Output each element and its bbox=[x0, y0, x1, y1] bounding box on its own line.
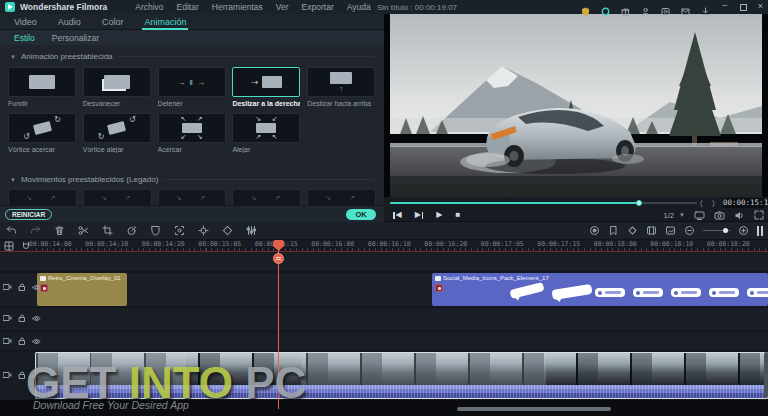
speaker-icon[interactable] bbox=[734, 210, 745, 221]
ok-button[interactable]: OK bbox=[346, 209, 376, 220]
legacy-section-header[interactable]: ▼ Movimientos preestablecidos (Legado) bbox=[0, 175, 384, 184]
keyframe-icon[interactable] bbox=[222, 225, 233, 236]
zoom-slider-handle[interactable] bbox=[723, 228, 728, 233]
visibility-icon[interactable] bbox=[32, 338, 41, 345]
visibility-icon[interactable] bbox=[32, 315, 41, 322]
track-lane[interactable] bbox=[0, 333, 768, 350]
preset-thumbnail[interactable] bbox=[307, 67, 375, 97]
preset-thumbnail[interactable] bbox=[8, 67, 76, 97]
menu-item[interactable]: Exportar bbox=[302, 2, 334, 12]
snapshot-icon[interactable] bbox=[714, 210, 725, 221]
preset-thumbnail[interactable] bbox=[158, 113, 226, 143]
redo-icon[interactable] bbox=[30, 225, 41, 236]
snap-icon[interactable] bbox=[21, 241, 31, 251]
animation-preset[interactable]: Deslizar hacia arriba bbox=[307, 67, 375, 107]
motion-track-icon[interactable] bbox=[198, 225, 209, 236]
mark-in-icon[interactable]: ( bbox=[700, 197, 703, 208]
clip-social-media-icons[interactable]: Social_Media_Icons_Pack_Element_17 bbox=[432, 273, 768, 306]
manage-tracks-icon[interactable] bbox=[4, 241, 14, 251]
panel-tab[interactable]: Video bbox=[14, 14, 37, 30]
minimize-button[interactable]: – bbox=[721, 2, 729, 11]
timeline-ruler[interactable]: 00:00:14:0000:00:14:1000:00:14:2000:00:1… bbox=[0, 240, 768, 252]
preset-thumbnail[interactable] bbox=[232, 67, 300, 97]
vertical-scrollbar-thumb[interactable] bbox=[764, 352, 768, 398]
dual-screen-icon[interactable] bbox=[694, 210, 705, 221]
legacy-preset[interactable] bbox=[307, 189, 376, 205]
account-icon[interactable] bbox=[641, 2, 650, 11]
lock-icon[interactable] bbox=[18, 314, 26, 322]
legacy-preset[interactable] bbox=[8, 189, 77, 205]
seek-handle[interactable] bbox=[636, 200, 642, 206]
legacy-preset[interactable] bbox=[232, 189, 301, 205]
play-button[interactable]: ▶ bbox=[436, 208, 442, 222]
preset-thumbnail[interactable] bbox=[8, 113, 76, 143]
animation-preset[interactable]: Detener bbox=[158, 67, 226, 107]
preset-thumbnail[interactable] bbox=[83, 67, 151, 97]
collapse-arrow-icon[interactable]: ▼ bbox=[10, 177, 16, 183]
reset-button[interactable]: REINICIAR bbox=[5, 209, 52, 220]
split-icon[interactable] bbox=[78, 225, 89, 236]
animation-preset[interactable]: Acercar bbox=[158, 113, 226, 153]
timeline-zoom-slider[interactable] bbox=[703, 225, 730, 236]
animation-preset[interactable]: Desvanecer bbox=[83, 67, 151, 107]
audio-mixer-icon[interactable] bbox=[246, 225, 257, 236]
record-icon[interactable] bbox=[589, 225, 600, 236]
preset-section-header[interactable]: ▼ Animación preestablecida bbox=[0, 52, 384, 61]
animation-preset[interactable]: Fundir bbox=[8, 67, 76, 107]
track-lane[interactable] bbox=[0, 308, 768, 330]
panel-subtab[interactable]: Personalizar bbox=[52, 33, 99, 43]
close-button[interactable]: × bbox=[758, 2, 763, 11]
delete-icon[interactable] bbox=[54, 225, 65, 236]
seek-bar[interactable] bbox=[390, 202, 697, 204]
panel-tab[interactable]: Color bbox=[102, 14, 124, 30]
playhead-handle[interactable] bbox=[273, 253, 284, 264]
preset-thumbnail[interactable] bbox=[232, 113, 300, 143]
screen-capture-icon[interactable] bbox=[661, 2, 670, 11]
collapse-arrow-icon[interactable]: ▼ bbox=[10, 54, 16, 60]
legacy-preset[interactable] bbox=[83, 189, 152, 205]
preset-thumbnail[interactable] bbox=[158, 67, 226, 97]
crop-icon[interactable] bbox=[102, 225, 113, 236]
panel-tab[interactable]: Animación bbox=[144, 14, 186, 30]
animation-preset[interactable]: Vórtice alejar bbox=[83, 113, 151, 153]
animation-preset[interactable]: Alejar bbox=[232, 113, 300, 153]
panel-subtab[interactable]: Estilo bbox=[14, 33, 35, 43]
export-mail-icon[interactable] bbox=[681, 2, 690, 11]
restore-button[interactable] bbox=[740, 4, 747, 11]
legacy-preset[interactable] bbox=[158, 189, 227, 205]
animation-preset[interactable]: Vórtice acercar bbox=[8, 113, 76, 153]
clip-retro-cinema-overlay[interactable]: Retro_Cinema_Overlay_01 bbox=[37, 273, 127, 306]
animation-preset[interactable]: Deslizar a la derecha bbox=[232, 67, 300, 107]
horizontal-scrollbar-thumb[interactable] bbox=[457, 407, 611, 411]
track-lane[interactable] bbox=[0, 252, 768, 271]
preset-thumbnail[interactable] bbox=[83, 113, 151, 143]
prev-frame-button[interactable]: ◀ bbox=[393, 208, 402, 222]
panel-tab[interactable]: Audio bbox=[58, 14, 81, 30]
mark-out-icon[interactable]: ) bbox=[712, 197, 715, 208]
zoom-in-icon[interactable] bbox=[738, 225, 749, 236]
fullscreen-icon[interactable] bbox=[754, 210, 764, 220]
lock-icon[interactable] bbox=[18, 283, 26, 291]
undo-icon[interactable] bbox=[6, 225, 17, 236]
stop-button[interactable]: ■ bbox=[455, 208, 460, 222]
menu-item[interactable]: Editar bbox=[177, 2, 199, 12]
render-preview-icon[interactable] bbox=[646, 225, 657, 236]
lock-icon[interactable] bbox=[18, 371, 26, 379]
zoom-out-icon[interactable] bbox=[684, 225, 695, 236]
menu-item[interactable]: Ayuda bbox=[347, 2, 371, 12]
menu-item[interactable]: Archivo bbox=[135, 2, 163, 12]
menu-item[interactable]: Ver bbox=[276, 2, 289, 12]
lock-icon[interactable] bbox=[18, 337, 26, 345]
menu-item[interactable]: Herramientas bbox=[212, 2, 263, 12]
export-frame-icon[interactable] bbox=[665, 225, 676, 236]
timeline-scroll-thumb[interactable] bbox=[757, 226, 763, 236]
gift-icon[interactable] bbox=[621, 2, 630, 11]
keyframe-add-icon[interactable] bbox=[627, 225, 638, 236]
download-icon[interactable] bbox=[701, 2, 710, 11]
chroma-key-icon[interactable] bbox=[174, 225, 185, 236]
sync-icon[interactable] bbox=[601, 2, 610, 11]
next-frame-button[interactable]: ▶ bbox=[415, 208, 424, 222]
speed-icon[interactable] bbox=[126, 225, 137, 236]
marker-icon[interactable] bbox=[608, 225, 619, 236]
upgrade-badge-icon[interactable] bbox=[581, 2, 590, 11]
